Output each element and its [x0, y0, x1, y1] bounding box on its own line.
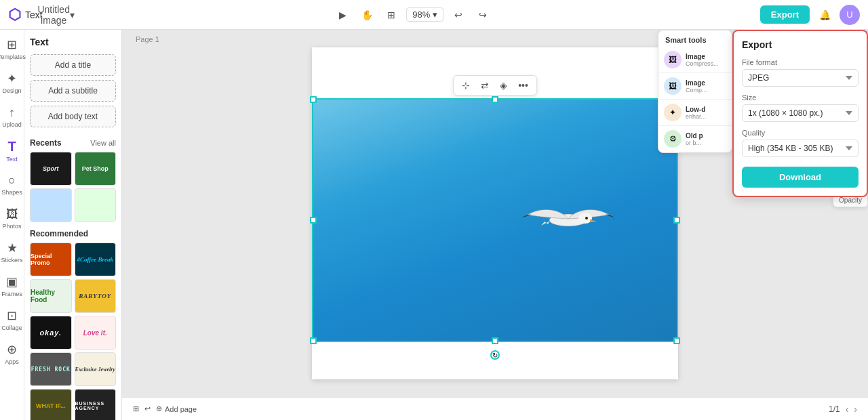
handle-mid-right[interactable] — [673, 217, 680, 224]
sidebar-item-photos[interactable]: 🖼 Photos — [1, 202, 24, 234]
add-page-icon: ⊕ — [156, 404, 162, 413]
smart-tool-name: Image — [686, 79, 726, 87]
sidebar-item-upload[interactable]: ↑ Upload — [1, 100, 24, 133]
sidebar-item-shapes[interactable]: ○ Shapes — [1, 168, 24, 201]
smart-tool-desc: or b... — [686, 140, 726, 146]
template-item[interactable]: okay. — [30, 316, 72, 350]
sidebar-item-text[interactable]: T Text — [1, 134, 24, 167]
handle-bottom-mid[interactable] — [492, 337, 498, 344]
smart-tool-icon: ✦ — [664, 104, 682, 121]
rotate-handle[interactable]: ↻ — [490, 350, 500, 360]
redo-button[interactable]: ↪ — [473, 5, 492, 24]
text-panel: Text Add a title Add a subtitle Add body… — [24, 30, 121, 420]
smart-tool-icon: 🖼 — [664, 77, 682, 95]
smart-tool-text: Image Comp... — [686, 79, 726, 93]
download-button[interactable]: Download — [742, 167, 859, 188]
template-item[interactable]: Sport — [30, 152, 72, 186]
hand-tool-button[interactable]: ✋ — [357, 5, 376, 24]
smart-tool-enhance[interactable]: ✦ Low-d enhar... — [658, 100, 732, 126]
grid-bottom-button[interactable]: ⊞ — [133, 404, 139, 413]
sidebar-item-collage[interactable]: ⊡ Collage — [1, 303, 24, 336]
handle-bottom-right[interactable] — [673, 337, 680, 344]
bird-svg — [500, 180, 636, 261]
handle-mid-left[interactable] — [310, 217, 317, 224]
text-icon: T — [7, 139, 16, 154]
smart-tool-icon: ⚙ — [664, 130, 682, 148]
templates-icon: ⊞ — [7, 37, 17, 52]
recents-view-all[interactable]: View all — [90, 139, 116, 147]
recommended-label: Recommended — [30, 229, 88, 238]
template-item[interactable]: FRESH ROCK — [30, 352, 72, 386]
notifications-button[interactable]: 🔔 — [815, 5, 834, 24]
file-name-button[interactable]: Untitled image ▾ — [47, 5, 66, 24]
toolbar-left: ⬡ Text Untitled image ▾ — [8, 5, 66, 24]
zoom-control[interactable]: 98% ▾ — [406, 7, 443, 22]
smart-tool-old[interactable]: ⚙ Old p or b... — [658, 126, 732, 152]
smart-tool-image1[interactable]: 🖼 Image Compress... — [658, 47, 732, 73]
add-page-button[interactable]: ⊕ Add page — [156, 404, 197, 413]
zoom-value: 98% — [412, 9, 430, 20]
sidebar-item-design[interactable]: ✦ Design — [1, 66, 24, 99]
smart-tool-image2[interactable]: 🖼 Image Comp... — [658, 73, 732, 100]
smart-tool-desc: Comp... — [686, 87, 726, 93]
avatar[interactable]: U — [840, 5, 860, 25]
canvas[interactable]: ⊹ ⇄ ◈ ••• ↻ — [312, 47, 678, 379]
recommended-section-header: Recommended — [30, 229, 116, 238]
quality-select[interactable]: Low Medium High (354 KB - 305 KB) — [742, 140, 859, 157]
smart-tool-text: Old p or b... — [686, 132, 726, 146]
filter-button[interactable]: ◈ — [497, 79, 510, 92]
handle-top-mid[interactable] — [492, 96, 498, 103]
toolbar-center: ▶ ✋ ⊞ 98% ▾ ↩ ↪ — [71, 5, 755, 24]
sidebar-icons: ⊞ Templates ✦ Design ↑ Upload T Text ○ S… — [0, 30, 24, 420]
undo-bottom-button[interactable]: ↩ — [144, 404, 151, 413]
sidebar-item-frames[interactable]: ▣ Frames — [1, 270, 24, 302]
sidebar-item-apps[interactable]: ⊕ Apps — [1, 337, 24, 370]
template-item[interactable]: Healthy Food — [30, 279, 72, 313]
size-select[interactable]: 1x (1080 × 1080 px.) 2x (2160 × 2160 px.… — [742, 104, 859, 122]
text-label: Text — [6, 156, 18, 163]
apps-label: Apps — [5, 358, 19, 365]
photos-icon: 🖼 — [6, 207, 18, 222]
shapes-icon: ○ — [8, 173, 16, 188]
template-item[interactable]: WHAT IF... — [30, 389, 72, 420]
template-item[interactable]: Pet Shop — [75, 152, 117, 186]
add-body-button[interactable]: Add body text — [30, 106, 116, 127]
handle-bottom-left[interactable] — [310, 337, 317, 344]
main-content: ⊞ Templates ✦ Design ↑ Upload T Text ○ S… — [0, 30, 868, 420]
next-page-button[interactable]: › — [854, 404, 857, 415]
stickers-icon: ★ — [7, 240, 18, 255]
template-item[interactable]: BUSINESS AGENCY — [75, 389, 117, 420]
template-item[interactable]: #Coffee Break — [75, 243, 117, 276]
template-item[interactable]: BABYTOY — [75, 279, 117, 313]
file-format-select[interactable]: JPEG PNG PDF SVG GIF — [742, 69, 859, 87]
photos-label: Photos — [2, 223, 21, 230]
export-button[interactable]: Export — [760, 5, 810, 24]
upload-label: Upload — [2, 121, 22, 128]
more-button[interactable]: ••• — [515, 79, 531, 92]
handle-top-left[interactable] — [310, 96, 317, 103]
pointer-tool-button[interactable]: ▶ — [333, 5, 352, 24]
template-item[interactable]: Special Promo — [30, 243, 72, 276]
recents-label: Recents — [30, 138, 62, 148]
recommended-grid: Special Promo #Coffee Break Healthy Food… — [30, 243, 116, 420]
template-item[interactable] — [75, 188, 117, 222]
template-item[interactable] — [30, 188, 72, 222]
toolbar: ⬡ Text Untitled image ▾ ▶ ✋ ⊞ 98% ▾ ↩ ↪ … — [0, 0, 868, 30]
grid-view-button[interactable]: ⊞ — [382, 5, 401, 24]
text-panel-title: Text — [30, 37, 116, 47]
undo-button[interactable]: ↩ — [449, 5, 468, 24]
prev-page-button[interactable]: ‹ — [846, 404, 849, 415]
crop-button[interactable]: ⊹ — [459, 79, 473, 92]
smart-tool-text: Image Compress... — [686, 53, 726, 67]
add-title-button[interactable]: Add a title — [30, 54, 116, 76]
canvas-image[interactable]: ⊹ ⇄ ◈ ••• ↻ — [312, 98, 678, 342]
bottom-bar: ⊞ ↩ ⊕ Add page 1/1 ‹ › — [122, 397, 868, 420]
upload-icon: ↑ — [9, 106, 15, 120]
sidebar-item-stickers[interactable]: ★ Stickers — [1, 236, 24, 268]
file-name-label: Untitled image — [37, 4, 69, 26]
template-item[interactable]: Love it. — [75, 316, 117, 350]
template-item[interactable]: Exclusive Jewelry — [75, 352, 117, 386]
flip-button[interactable]: ⇄ — [478, 79, 492, 92]
sidebar-item-templates[interactable]: ⊞ Templates — [1, 33, 24, 65]
add-subtitle-button[interactable]: Add a subtitle — [30, 80, 116, 102]
